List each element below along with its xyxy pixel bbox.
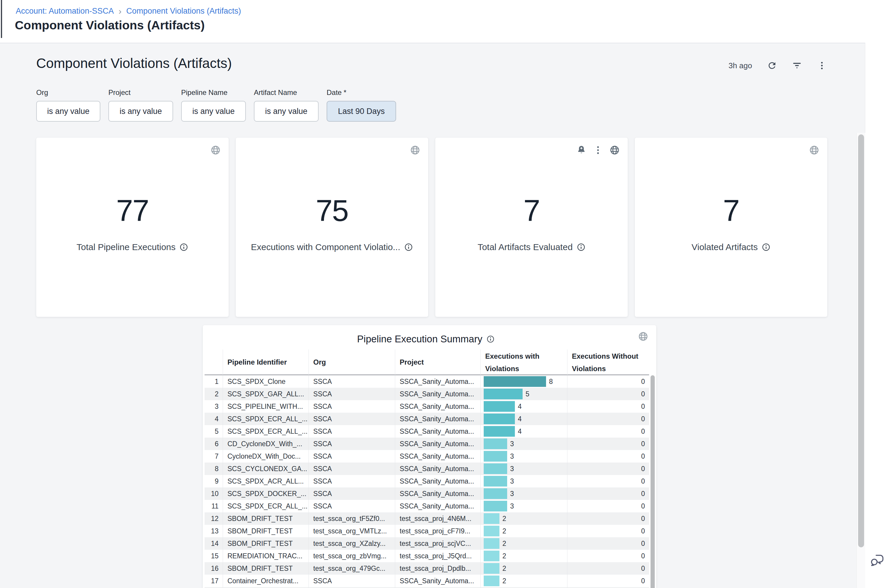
column-header-pipeline[interactable]: Pipeline Identifier (223, 350, 308, 375)
violations-bar (484, 550, 499, 561)
table-row[interactable]: 15 REMEDIATION_TRAC... test_ssca_org_zbV… (205, 550, 649, 562)
table-row[interactable]: 10 SCS_SPDX_DOCKER_... SSCA SSCA_Sanity_… (205, 488, 649, 500)
violations-bar (484, 476, 507, 486)
cell-project: SSCA_Sanity_Automa... (395, 425, 480, 438)
table-row[interactable]: 8 SCS_CYCLONEDX_GA... SSCA SSCA_Sanity_A… (205, 462, 649, 475)
app-header: Account: Automation-SSCA › Component Vio… (0, 0, 889, 43)
cell-pipeline: SCS_SPDX_GAR_ALL... (223, 388, 308, 400)
info-icon[interactable] (404, 243, 413, 252)
column-header-executions-without-violations[interactable]: Executions WithoutViolations (567, 350, 649, 375)
filter-value-button[interactable]: is any value (108, 101, 173, 122)
cell-project: SSCA_Sanity_Automa... (395, 450, 480, 462)
refresh-icon[interactable] (767, 60, 777, 70)
table-row[interactable]: 9 SCS_SPDX_ACR_ALL... SSCA SSCA_Sanity_A… (205, 475, 649, 488)
cell-executions-with-violations: 2 (480, 537, 567, 550)
cell-executions-without-violations: 0 (567, 462, 649, 475)
table-row[interactable]: 12 SBOM_DRIFT_TEST test_ssca_org_tF5Zf0.… (205, 512, 649, 525)
violations-bar-value: 2 (502, 540, 506, 548)
cell-org: SSCA (308, 388, 395, 400)
table-row[interactable]: 3 SCS_PIPELINE_WITH... SSCA SSCA_Sanity_… (205, 400, 649, 412)
table-row[interactable]: 17 Container_Orchestrat... SSCA SSCA_San… (205, 574, 649, 587)
cell-pipeline: SCS_SPDX_ECR_ALL_... (223, 500, 308, 512)
table-row[interactable]: 11 SCS_SPDX_ECR_ALL_... SSCA SSCA_Sanity… (205, 500, 649, 512)
cell-org: test_ssca_org_XZalzy... (308, 537, 395, 550)
violations-bar-value: 3 (510, 502, 514, 510)
filter-value-button[interactable]: is any value (181, 101, 246, 122)
dashboard-content: Component Violations (Artifacts) 3h ago … (0, 44, 865, 588)
column-header-project[interactable]: Project (395, 350, 480, 375)
kpi-card: 7 Total Artifacts Evaluated (435, 138, 628, 317)
cell-project: SSCA_Sanity_Automa... (395, 574, 480, 587)
table-row[interactable]: 14 SBOM_DRIFT_TEST test_ssca_org_XZalzy.… (205, 537, 649, 550)
table-row[interactable]: 1 SCS_SPDX_Clone SSCA SSCA_Sanity_Automa… (205, 375, 649, 388)
globe-icon[interactable] (410, 145, 420, 156)
kpi-label-row: Executions with Component Violatio... (236, 242, 428, 252)
table-row[interactable]: 7 CycloneDX_With_Doc... SSCA SSCA_Sanity… (205, 450, 649, 462)
cell-pipeline: SCS_SPDX_DOCKER_... (223, 488, 308, 500)
cell-executions-without-violations: 0 (567, 512, 649, 525)
filters-row: Org is any value Project is any value Pi… (36, 88, 396, 122)
table-row[interactable]: 5 SCS_SPDX_ECR_ALL_... SSCA SSCA_Sanity_… (205, 425, 649, 438)
info-icon[interactable] (762, 243, 770, 252)
kpi-label: Total Artifacts Evaluated (477, 242, 573, 252)
table-scrollbar[interactable] (650, 375, 655, 588)
filter-icon[interactable] (792, 60, 802, 70)
globe-icon[interactable] (809, 145, 820, 156)
kpi-label-row: Total Artifacts Evaluated (435, 242, 628, 252)
info-icon[interactable] (577, 243, 585, 252)
table-row[interactable]: 16 SBOM_DRIFT_TEST test_ssca_org_479Gc..… (205, 562, 649, 574)
kpi-label-row: Total Pipeline Executions (36, 242, 229, 252)
breadcrumb-page-link[interactable]: Component Violations (Artifacts) (126, 6, 241, 16)
cell-project: SSCA_Sanity_Automa... (395, 488, 480, 500)
cell-org: SSCA (308, 400, 395, 412)
violations-bar-value: 2 (502, 527, 506, 535)
row-number: 1 (205, 375, 223, 388)
cell-org: test_ssca_org_tF5Zf0... (308, 512, 395, 525)
row-number: 17 (205, 574, 223, 587)
filter-value-button[interactable]: Last 90 Days (326, 101, 396, 122)
cell-executions-with-violations: 8 (480, 375, 567, 388)
filter-group: Project is any value (108, 88, 173, 122)
row-number: 2 (205, 388, 223, 400)
column-header-org[interactable]: Org (308, 350, 395, 375)
page-scrollbar[interactable] (856, 133, 865, 588)
cell-pipeline: SCS_SPDX_ECR_ALL_... (223, 412, 308, 425)
globe-icon[interactable] (609, 145, 620, 156)
table-row[interactable]: 4 SCS_SPDX_ECR_ALL_... SSCA SSCA_Sanity_… (205, 412, 649, 425)
filter-value-button[interactable]: is any value (254, 101, 319, 122)
filter-value-button[interactable]: is any value (36, 101, 100, 122)
cell-pipeline: SCS_SPDX_Clone (223, 375, 308, 388)
globe-icon[interactable] (638, 331, 648, 342)
table-row[interactable]: 13 SBOM_DRIFT_TEST test_ssca_org_VMTLz..… (205, 525, 649, 537)
cell-pipeline: Container_Orchestrat... (223, 574, 308, 587)
violations-bar (484, 526, 499, 536)
violations-bar-value: 8 (549, 378, 553, 386)
cell-project: test_ssca_proj_Dpdlb... (395, 562, 480, 574)
cell-executions-without-violations: 0 (567, 450, 649, 462)
column-header-executions-with-violations[interactable]: Executions withViolations (480, 350, 567, 375)
page-scrollbar-thumb[interactable] (858, 134, 864, 548)
cell-org: SSCA (308, 450, 395, 462)
table-title-row: Pipeline Execution Summary (203, 333, 649, 345)
kebab-menu-icon[interactable] (817, 60, 827, 70)
globe-icon[interactable] (210, 145, 221, 156)
kebab-icon[interactable] (593, 145, 603, 156)
row-number: 15 (205, 550, 223, 562)
cell-executions-without-violations: 0 (567, 562, 649, 574)
info-icon[interactable] (486, 335, 495, 343)
info-icon[interactable] (179, 243, 188, 252)
table-scrollbar-thumb[interactable] (651, 375, 655, 588)
cell-executions-without-violations: 0 (567, 537, 649, 550)
table-row[interactable]: 6 CD_CycloneDX_With_... SSCA SSCA_Sanity… (205, 438, 649, 450)
cell-executions-with-violations: 4 (480, 412, 567, 425)
chat-button[interactable] (869, 552, 885, 568)
cell-org: test_ssca_org_479Gc... (308, 562, 395, 574)
breadcrumb-account-link[interactable]: Account: Automation-SSCA (16, 6, 114, 16)
row-number: 9 (205, 475, 223, 488)
row-number: 4 (205, 412, 223, 425)
table-row[interactable]: 2 SCS_SPDX_GAR_ALL... SSCA SSCA_Sanity_A… (205, 388, 649, 400)
bell-plus-icon[interactable] (576, 145, 587, 156)
cell-org: SSCA (308, 488, 395, 500)
cell-project: test_ssca_proj_scjVC... (395, 537, 480, 550)
kpi-card: 7 Violated Artifacts (635, 138, 827, 317)
